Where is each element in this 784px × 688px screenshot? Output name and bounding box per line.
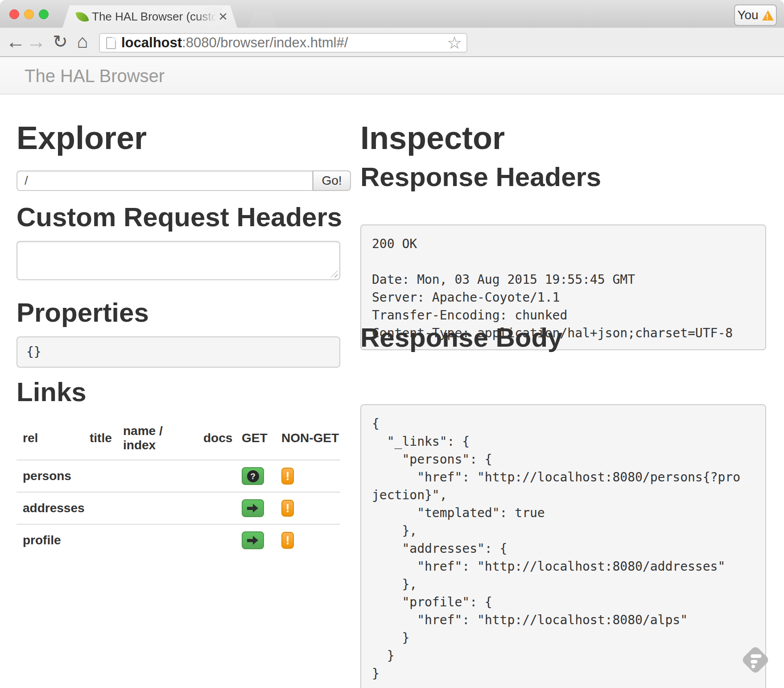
table-row-addresses: addresses ! bbox=[17, 492, 340, 524]
column-header-docs: docs bbox=[197, 416, 235, 460]
page-icon bbox=[106, 37, 116, 49]
custom-request-headers-input[interactable] bbox=[17, 241, 340, 280]
column-header-name-index: name / index bbox=[117, 416, 197, 460]
fullscreen-window-button[interactable] bbox=[39, 9, 49, 19]
response-body-block: { "_links": { "persons": { "href": "http… bbox=[360, 404, 766, 688]
page-header: The HAL Browser bbox=[0, 57, 784, 95]
page-title: The HAL Browser bbox=[25, 57, 165, 95]
column-header-nonget: NON-GET bbox=[275, 416, 340, 460]
docs-cell bbox=[197, 460, 235, 492]
profile-you-label: You bbox=[737, 8, 758, 22]
arrow-right-icon bbox=[247, 536, 259, 545]
docs-cell bbox=[197, 492, 235, 524]
question-sign-icon: ? bbox=[247, 470, 259, 482]
address-bar[interactable]: localhost:8080/browser/index.html#/ ☆ bbox=[99, 33, 467, 53]
browser-window: The HAL Browser (customiz × You ! ← → ↻ … bbox=[0, 0, 784, 688]
back-button[interactable]: ← bbox=[5, 28, 26, 56]
non-get-button[interactable]: ! bbox=[281, 532, 294, 549]
explorer-address-input[interactable] bbox=[17, 170, 313, 191]
name-index-cell bbox=[117, 460, 197, 492]
reload-button[interactable]: ↻ bbox=[50, 28, 70, 56]
minimize-window-button[interactable] bbox=[24, 9, 34, 19]
response-headers-heading: Response Headers bbox=[360, 162, 601, 192]
get-button[interactable] bbox=[242, 499, 264, 517]
non-get-button[interactable]: ! bbox=[281, 500, 294, 517]
properties-heading: Properties bbox=[17, 297, 149, 328]
rel-label: persons bbox=[17, 460, 83, 492]
get-button[interactable] bbox=[242, 531, 264, 549]
rel-label: profile bbox=[17, 524, 83, 556]
title-cell bbox=[83, 492, 117, 524]
column-header-title: title bbox=[83, 416, 117, 460]
links-heading: Links bbox=[17, 377, 87, 407]
warning-icon: ! bbox=[762, 10, 774, 21]
url-text[interactable]: localhost:8080/browser/index.html#/ bbox=[121, 34, 348, 52]
column-header-get: GET bbox=[235, 416, 275, 460]
title-cell bbox=[83, 524, 117, 556]
docs-cell bbox=[197, 524, 235, 556]
custom-request-headers-heading: Custom Request Headers bbox=[17, 202, 342, 232]
table-row-persons: persons ? ! bbox=[17, 460, 340, 492]
response-body-heading: Response Body bbox=[360, 322, 562, 353]
close-window-button[interactable] bbox=[9, 9, 19, 19]
non-get-button[interactable]: ! bbox=[281, 468, 294, 485]
links-table: rel title name / index docs GET NON-GET … bbox=[17, 416, 340, 556]
column-header-rel: rel bbox=[17, 416, 83, 460]
arrow-right-icon bbox=[247, 504, 259, 513]
home-button[interactable]: ⌂ bbox=[72, 28, 93, 56]
get-button[interactable]: ? bbox=[242, 467, 264, 485]
tab-close-icon[interactable]: × bbox=[219, 5, 227, 28]
inspector-heading: Inspector bbox=[360, 120, 505, 156]
bookmark-star-icon[interactable]: ☆ bbox=[447, 34, 462, 52]
title-cell bbox=[83, 460, 117, 492]
go-button[interactable]: Go! bbox=[313, 170, 351, 191]
table-row-profile: profile ! bbox=[17, 524, 340, 556]
links-table-header-row: rel title name / index docs GET NON-GET bbox=[17, 416, 340, 460]
explorer-heading: Explorer bbox=[17, 120, 147, 156]
url-host: localhost bbox=[121, 35, 182, 50]
spring-leaf-favicon bbox=[75, 10, 89, 23]
forward-button[interactable]: → bbox=[26, 28, 46, 56]
browser-tab[interactable]: The HAL Browser (customiz × bbox=[62, 5, 237, 28]
tab-title-fade bbox=[194, 7, 222, 27]
browser-toolbar: ← → ↻ ⌂ localhost:8080/browser/index.htm… bbox=[0, 28, 784, 57]
properties-value: {} bbox=[17, 336, 340, 368]
name-index-cell bbox=[117, 492, 197, 524]
url-path: :8080/browser/index.html#/ bbox=[182, 35, 348, 50]
name-index-cell bbox=[117, 524, 197, 556]
tab-bar: The HAL Browser (customiz × You ! bbox=[0, 0, 784, 28]
rel-label: addresses bbox=[17, 492, 83, 524]
new-tab-button[interactable] bbox=[248, 12, 276, 28]
profile-you-button[interactable]: You ! bbox=[734, 4, 777, 26]
